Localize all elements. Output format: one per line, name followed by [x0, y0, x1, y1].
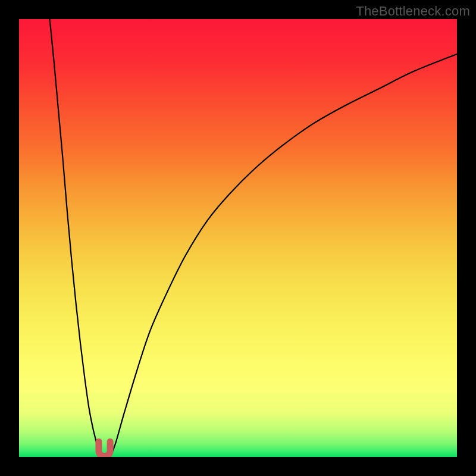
chart-frame: TheBottleneck.com — [0, 0, 476, 476]
curve-left — [50, 19, 99, 457]
optimal-marker — [99, 441, 110, 456]
chart-svg — [19, 19, 457, 457]
plot-area — [19, 19, 457, 457]
curve-right — [110, 54, 457, 457]
watermark-label: TheBottleneck.com — [356, 4, 470, 19]
